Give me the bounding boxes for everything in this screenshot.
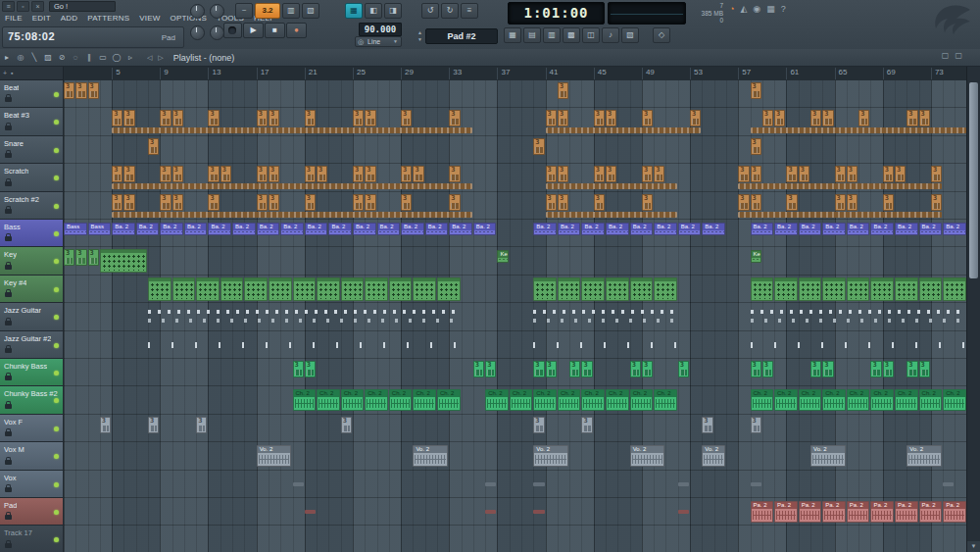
playlist-clip[interactable]: 3 bbox=[581, 417, 592, 433]
grid-icon[interactable]: ▥ bbox=[282, 3, 300, 19]
playlist-clip[interactable]: 3 bbox=[473, 361, 484, 377]
track-header-scratch-2[interactable]: Scratch #2 bbox=[0, 192, 64, 220]
typing-keyboard-icon[interactable]: ▦ bbox=[345, 3, 363, 19]
playlist-row-key[interactable]: 333Ke. 4Ke. 4 bbox=[64, 247, 967, 275]
playlist-row-key-4[interactable] bbox=[64, 276, 967, 303]
timeline-ruler[interactable]: 5913172125293337414549535761656973 bbox=[64, 67, 967, 81]
playlist-clip[interactable] bbox=[533, 277, 557, 301]
playlist-clip[interactable]: 3 bbox=[365, 110, 375, 126]
minimize-icon[interactable]: ▫ bbox=[17, 1, 29, 12]
playlist-clip[interactable] bbox=[220, 277, 244, 301]
lock-icon[interactable] bbox=[5, 125, 12, 130]
playlist-clip[interactable] bbox=[112, 212, 472, 218]
playlist-clip[interactable]: 3 bbox=[533, 361, 544, 377]
playlist-clip[interactable]: 3 bbox=[100, 417, 111, 433]
playlist-clip[interactable]: Vo. 2 bbox=[630, 445, 665, 467]
playlist-row-jazz-guitar-2[interactable] bbox=[64, 331, 967, 359]
scrollbar-thumb[interactable] bbox=[969, 82, 978, 278]
playlist-clip[interactable] bbox=[533, 482, 544, 486]
playlist-clip[interactable]: Ba. 2 bbox=[919, 223, 943, 235]
playlist-clip[interactable] bbox=[148, 337, 461, 353]
playlist-clip[interactable] bbox=[341, 277, 365, 301]
record-led[interactable] bbox=[54, 315, 59, 320]
playlist-clip[interactable] bbox=[305, 510, 316, 514]
snap-selector[interactable]: ◎ Line ▼ bbox=[355, 36, 402, 47]
playlist-clip[interactable] bbox=[870, 277, 894, 301]
playlist-clip[interactable]: 3 bbox=[353, 110, 364, 126]
playlist-clip[interactable]: 3 bbox=[160, 194, 171, 211]
playlist-clip[interactable]: Ba. 2 bbox=[305, 223, 328, 235]
playlist-clip[interactable]: 3 bbox=[642, 194, 653, 211]
record-led[interactable] bbox=[54, 176, 59, 180]
playlist-clip[interactable] bbox=[172, 277, 196, 301]
playlist-clip[interactable] bbox=[558, 277, 581, 301]
playlist-clip[interactable]: 3 bbox=[305, 361, 316, 377]
playlist-clip[interactable]: 3 bbox=[305, 166, 316, 182]
playlist-clip[interactable]: Ba. 2 bbox=[208, 223, 231, 235]
playlist-clip[interactable]: Ch. 2 bbox=[581, 389, 605, 411]
playlist-clip[interactable]: 3 bbox=[786, 194, 797, 211]
lock-icon[interactable] bbox=[5, 487, 12, 492]
playlist-clip[interactable]: 3 bbox=[690, 110, 701, 126]
playlist-clip[interactable]: Pa. 2 bbox=[799, 501, 822, 523]
snap-icon[interactable] bbox=[14, 51, 27, 64]
playlist-clip[interactable]: 3 bbox=[558, 194, 568, 211]
record-led[interactable] bbox=[54, 231, 59, 236]
playlist-clip[interactable]: 3 bbox=[160, 110, 171, 126]
playlist-clip[interactable]: Ba. 2 bbox=[377, 223, 401, 235]
playlist-clip[interactable] bbox=[389, 277, 413, 301]
playlist-row-track-17[interactable] bbox=[64, 526, 967, 552]
playlist-clip[interactable]: Ba. 2 bbox=[774, 223, 798, 235]
lock-icon[interactable] bbox=[5, 209, 12, 214]
track-header-vox-f[interactable]: Vox F bbox=[0, 415, 64, 442]
playlist-clip[interactable]: 3 bbox=[160, 166, 171, 182]
playlist-clip[interactable]: Pa. 2 bbox=[751, 501, 774, 523]
playlist-clip[interactable]: 3 bbox=[305, 194, 316, 211]
playlist-clip[interactable]: 3 bbox=[88, 82, 99, 99]
playlist-clip[interactable]: Ke. 4 bbox=[751, 250, 761, 263]
playlist-clip[interactable]: 3 bbox=[317, 166, 327, 182]
playlist-clip[interactable]: Ba. 2 bbox=[401, 223, 424, 235]
record-led[interactable] bbox=[54, 148, 59, 153]
playlist-clip[interactable]: 3 bbox=[75, 82, 86, 99]
playlist-clip[interactable]: 3 bbox=[919, 361, 930, 377]
playlist-clip[interactable]: Pa. 2 bbox=[919, 501, 943, 523]
tools-icon[interactable]: ▧ bbox=[621, 27, 639, 43]
playlist-clip[interactable]: 3 bbox=[858, 110, 869, 126]
playlist-clip[interactable] bbox=[822, 277, 846, 301]
playlist-row-scratch[interactable]: 333333333333333333333333333333 bbox=[64, 164, 967, 191]
oscilloscope-icon[interactable]: ~ bbox=[235, 3, 253, 19]
track-header-beat-3[interactable]: Beat #3 bbox=[0, 108, 64, 135]
playlist-clip[interactable]: Ch. 2 bbox=[533, 389, 557, 411]
playlist-clip[interactable]: 3 bbox=[269, 110, 279, 126]
playlist-clip[interactable]: 3 bbox=[870, 361, 881, 377]
plugin-icon[interactable]: ♪ bbox=[602, 27, 619, 43]
playlist-clip[interactable] bbox=[751, 277, 774, 301]
playlist-clip[interactable] bbox=[751, 127, 966, 133]
tempo-display[interactable]: 90.000 bbox=[359, 23, 402, 36]
steps-icon[interactable]: ▧ bbox=[302, 3, 319, 19]
playlist-clip[interactable]: Ba. 2 bbox=[160, 223, 183, 235]
playlist-clip[interactable]: 3 bbox=[594, 166, 605, 182]
slice-tool-icon[interactable] bbox=[82, 51, 96, 64]
playlist-clip[interactable]: Ch. 2 bbox=[437, 389, 461, 411]
mic-icon[interactable]: ◉ bbox=[753, 4, 760, 14]
playlist-clip[interactable]: 3 bbox=[305, 110, 316, 126]
playlist-clip[interactable]: 3 bbox=[883, 166, 894, 182]
lock-icon[interactable] bbox=[5, 292, 12, 297]
playlist-clip[interactable]: Ba. 2 bbox=[232, 223, 256, 235]
lock-icon[interactable] bbox=[5, 265, 12, 270]
playlist-clip[interactable]: 3 bbox=[208, 110, 219, 126]
record-led[interactable] bbox=[54, 510, 59, 515]
playlist-clip[interactable] bbox=[196, 277, 220, 301]
playlist-clip[interactable] bbox=[148, 308, 461, 326]
playlist-clip[interactable]: 3 bbox=[64, 82, 74, 99]
menu-edit[interactable]: EDIT bbox=[27, 13, 56, 25]
playlist-clip[interactable]: Ch. 2 bbox=[510, 389, 533, 411]
track-header-scratch[interactable]: Scratch bbox=[0, 164, 64, 191]
playlist-clip[interactable] bbox=[919, 277, 943, 301]
track-header-bass[interactable]: Bass bbox=[0, 220, 64, 247]
playlist-clip[interactable]: 3 bbox=[365, 194, 375, 211]
playlist-clip[interactable]: 3 bbox=[196, 417, 207, 433]
playlist-clip[interactable]: Ba. 2 bbox=[702, 223, 725, 235]
